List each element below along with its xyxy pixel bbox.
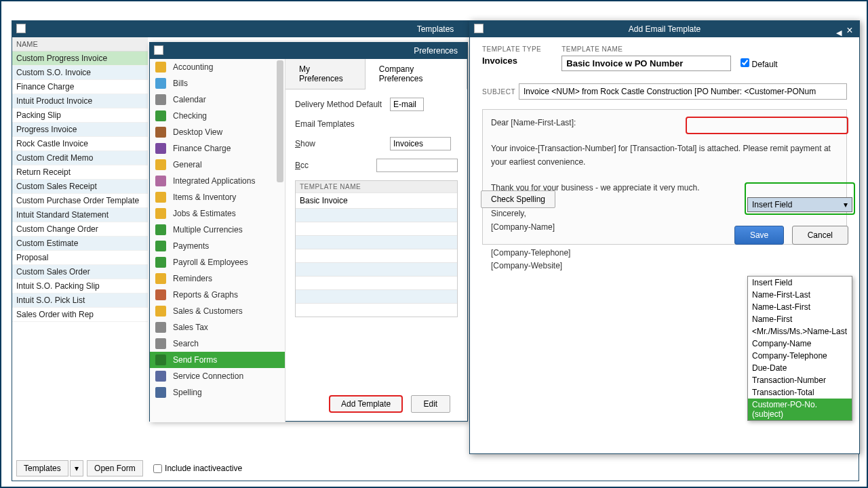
restore-icon[interactable] [474, 24, 484, 33]
sidebar-item-multiple-currencies[interactable]: Multiple Currencies [150, 222, 285, 238]
dropdown-option[interactable]: Name-First-Last [748, 289, 852, 301]
tax-icon [155, 322, 166, 333]
template-row[interactable]: Custom Sales Order [12, 265, 148, 279]
general-icon [155, 159, 166, 170]
show-select[interactable] [390, 137, 451, 150]
sidebar-item-reminders[interactable]: Reminders [150, 270, 285, 287]
include-inactive[interactable]: Include inactiveactive [153, 464, 242, 473]
dropdown-option[interactable]: Transaction-Total [748, 386, 852, 399]
sidebar-item-finance-charge[interactable]: Finance Charge [150, 140, 285, 157]
sidebar-item-search[interactable]: Search [150, 336, 285, 352]
dropdown-option[interactable]: Name-Last-First [748, 301, 852, 313]
template-name-input[interactable] [561, 56, 731, 71]
template-row[interactable]: Proposal [12, 251, 148, 265]
sidebar-item-checking[interactable]: Checking [150, 108, 285, 124]
template-row[interactable]: Intuit Product Invoice [12, 94, 148, 108]
close-icon[interactable]: × [844, 22, 855, 39]
sidebar-item-bills[interactable]: Bills [150, 75, 285, 92]
sidebar-item-calendar[interactable]: Calendar [150, 92, 285, 108]
add-template-button[interactable]: Add Template [329, 395, 403, 413]
template-row[interactable]: Finance Charge [12, 80, 148, 94]
delivery-method-select[interactable] [390, 98, 424, 111]
template-grid-row[interactable] [296, 276, 457, 289]
insert-field-dropdown[interactable]: Insert Field Name-First-Last Name-Last-F… [747, 276, 852, 421]
dropdown-option[interactable]: Insert Field [748, 277, 852, 289]
subject-label: SUBJECT [482, 88, 519, 96]
sidebar-item-sales-customers[interactable]: Sales & Customers [150, 303, 285, 319]
tab-my-preferences[interactable]: My Preferences [285, 59, 366, 89]
default-checkbox[interactable] [741, 58, 749, 67]
check-spelling-button[interactable]: Check Spelling [481, 190, 555, 208]
template-grid-row[interactable] [296, 289, 457, 303]
template-row[interactable]: Intuit S.O. Pick List [12, 293, 148, 308]
sidebar-item-spelling[interactable]: Spelling [150, 384, 285, 401]
template-row[interactable]: Sales Order with Rep [12, 308, 148, 322]
template-row[interactable]: Custom Purchase Order Template [12, 194, 148, 208]
template-grid-row[interactable] [296, 208, 457, 222]
template-row[interactable]: Intuit S.O. Packing Slip [12, 279, 148, 293]
sidebar-item-integrated-applications[interactable]: Integrated Applications [150, 173, 285, 189]
calendar-icon [155, 94, 166, 105]
dropdown-option-selected[interactable]: Customer-PO-No. (subject) [748, 399, 852, 420]
restore-icon[interactable] [154, 45, 163, 55]
template-grid-row[interactable] [296, 262, 457, 276]
dropdown-option[interactable]: Transaction-Number [748, 374, 852, 386]
tab-company-preferences[interactable]: Company Preferences [366, 59, 467, 89]
subject-input[interactable] [519, 83, 847, 100]
email-titlebar: Add Email Template ◀ × [470, 21, 859, 37]
sidebar-item-accounting[interactable]: Accounting [150, 59, 285, 75]
template-row[interactable]: Intuit Standard Statement [12, 208, 148, 222]
sidebar-item-desktop-view[interactable]: Desktop View [150, 124, 285, 140]
scrollbar-thumb[interactable] [277, 60, 283, 182]
templates-menu-caret[interactable]: ▾ [70, 460, 83, 476]
open-form-button[interactable]: Open Form [87, 460, 143, 476]
template-row[interactable]: Return Receipt [12, 165, 148, 180]
dropdown-option[interactable]: Due-Date [748, 362, 852, 374]
sidebar-item-reports-graphs[interactable]: Reports & Graphs [150, 287, 285, 303]
sidebar-item-sales-tax[interactable]: Sales Tax [150, 319, 285, 336]
template-grid-row[interactable] [296, 249, 457, 262]
send-forms-icon [155, 354, 166, 365]
sidebar-item-general[interactable]: General [150, 157, 285, 173]
cancel-button[interactable]: Cancel [792, 226, 848, 245]
template-row[interactable]: Custom Credit Memo [12, 151, 148, 165]
template-row[interactable]: Custom Sales Receipt [12, 180, 148, 194]
template-row[interactable]: Progress Invoice [12, 123, 148, 137]
sidebar-item-items-inventory[interactable]: Items & Inventory [150, 189, 285, 205]
template-grid-row[interactable] [296, 303, 457, 317]
template-row[interactable]: Custom Estimate [12, 237, 148, 251]
dropdown-option[interactable]: Company-Telephone [748, 350, 852, 362]
save-button[interactable]: Save [734, 226, 784, 245]
template-name-label: TEMPLATE NAME [561, 45, 847, 53]
insert-field-label: Insert Field [752, 200, 792, 209]
dropdown-option[interactable]: Name-First [748, 313, 852, 325]
restore-icon[interactable] [16, 24, 26, 33]
templates-menu-button[interactable]: Templates [16, 460, 68, 476]
currency-icon [155, 224, 166, 235]
sidebar-item-jobs-estimates[interactable]: Jobs & Estimates [150, 205, 285, 222]
email-body-textarea[interactable]: Dear [Name-First-Last]: Your invoice-[Tr… [482, 109, 847, 245]
sidebar-item-payments[interactable]: Payments [150, 238, 285, 254]
insert-field-combobox[interactable]: Insert Field ▾ [747, 197, 852, 212]
default-checkbox-wrap[interactable]: Default [741, 58, 777, 69]
template-grid-row[interactable]: Basic Invoice [296, 192, 457, 208]
email-templates-label: Email Templates [295, 119, 390, 129]
template-row[interactable]: Custom Progress Invoice [12, 52, 148, 66]
desktop-icon [155, 127, 166, 138]
sidebar-item-send-forms[interactable]: Send Forms [150, 352, 285, 368]
edit-button[interactable]: Edit [411, 395, 451, 413]
template-row[interactable]: Custom Change Order [12, 222, 148, 237]
sidebar-item-payroll-employees[interactable]: Payroll & Employees [150, 254, 285, 270]
template-row[interactable]: Packing Slip [12, 108, 148, 123]
sidebar-item-service-connection[interactable]: Service Connection [150, 368, 285, 384]
template-row[interactable]: Custom S.O. Invoice [12, 66, 148, 80]
dropdown-option[interactable]: Company-Name [748, 338, 852, 350]
jobs-icon [155, 208, 166, 219]
bcc-input[interactable] [376, 159, 458, 172]
dropdown-option[interactable]: <Mr./Miss/Ms.>Name-Last [748, 325, 852, 338]
template-row[interactable]: Rock Castle Invoice [12, 137, 148, 151]
email-title: Add Email Template [629, 24, 701, 34]
include-inactive-checkbox[interactable] [153, 464, 162, 473]
template-grid-row[interactable] [296, 222, 457, 235]
template-grid-row[interactable] [296, 235, 457, 249]
